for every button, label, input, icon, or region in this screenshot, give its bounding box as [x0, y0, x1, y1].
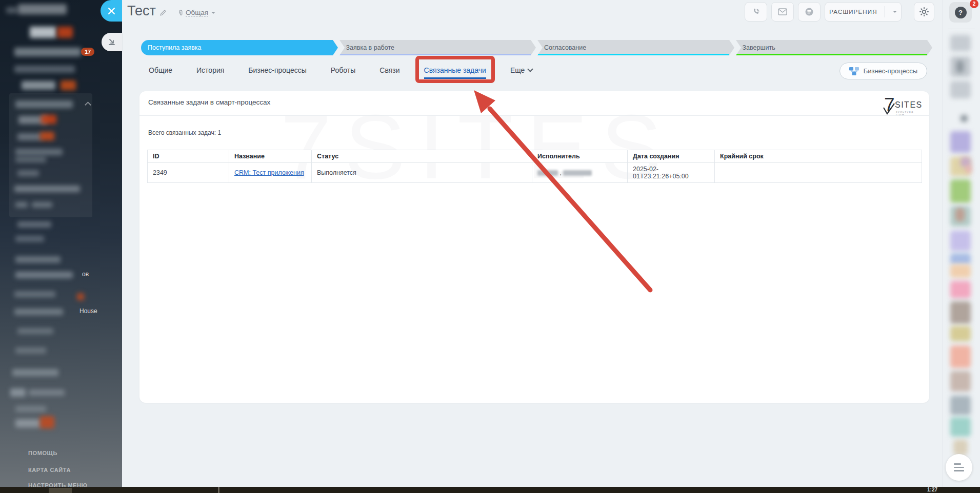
- help-icon: ?: [955, 7, 967, 18]
- stage-item[interactable]: Поступила заявка: [141, 40, 333, 55]
- stage-pipeline: Поступила заявка Заявка в работе Согласо…: [141, 40, 927, 55]
- sidebar-expanded-group: [9, 93, 92, 217]
- blur-rail-icon[interactable]: [950, 371, 971, 392]
- taskbar-clock: 1:27: [927, 487, 937, 492]
- chat-button[interactable]: [798, 2, 821, 22]
- settings-button[interactable]: [914, 2, 934, 22]
- blur-blob: [15, 236, 44, 242]
- stage-item[interactable]: Завершить: [736, 40, 928, 55]
- sidebar-counter-badge: 17: [81, 48, 94, 56]
- extensions-label: РАСШИРЕНИЯ: [829, 9, 877, 15]
- stage-item[interactable]: Согласование: [537, 40, 729, 55]
- blur-blob: [15, 256, 61, 263]
- tab-business-processes[interactable]: Бизнес-процессы: [248, 66, 306, 74]
- col-deadline: Крайний срок: [715, 150, 922, 163]
- business-processes-label: Бизнес-процессы: [864, 67, 917, 75]
- blur-blob: [17, 133, 42, 140]
- blurred-executor-name: [563, 170, 592, 176]
- task-link[interactable]: CRM: Тест приложения: [234, 169, 304, 176]
- stage-item[interactable]: Заявка в работе: [339, 40, 531, 55]
- slider-panel: Тест Общая РАСШИРЕНИЯ: [122, 0, 943, 493]
- blur-rail-icon[interactable]: [950, 131, 971, 153]
- category-selector[interactable]: Общая: [177, 9, 215, 17]
- blur-blob: [10, 388, 26, 397]
- blur-rail-icon[interactable]: [950, 345, 971, 368]
- cell-id: 2349: [148, 163, 229, 183]
- blur-blob: [14, 48, 81, 56]
- chevron-down-icon[interactable]: [893, 11, 897, 13]
- blur-rail-icon[interactable]: [950, 301, 971, 324]
- related-tasks-table: ID Название Статус Исполнитель Дата созд…: [147, 150, 922, 183]
- blur-rail-icon[interactable]: [950, 81, 971, 98]
- call-button[interactable]: [745, 2, 767, 22]
- blur-rail-icon: [955, 208, 965, 221]
- button-divider: [885, 6, 885, 17]
- blur-rail-icon[interactable]: [961, 115, 968, 122]
- tab-related-tasks-label: Связанные задачи: [424, 66, 486, 74]
- hamburger-icon: [954, 467, 964, 468]
- stage-color-strip: [537, 54, 729, 55]
- chevron-down-icon: [528, 66, 533, 72]
- edit-title-pencil-icon[interactable]: [159, 9, 167, 18]
- blur-rail-icon[interactable]: [950, 281, 971, 298]
- email-button[interactable]: [771, 2, 794, 22]
- blur-rail-icon[interactable]: [953, 440, 968, 455]
- collapse-corner-icon: [108, 38, 116, 46]
- extensions-button[interactable]: РАСШИРЕНИЯ: [825, 2, 902, 22]
- hamburger-icon: [954, 470, 964, 471]
- blur-blob: [40, 416, 54, 428]
- blur-blob: [17, 170, 39, 176]
- active-tab-underline: [424, 77, 486, 79]
- collapse-panel-button[interactable]: [102, 33, 122, 51]
- blur-blob: [17, 328, 53, 334]
- stage-label: Согласование: [537, 44, 586, 51]
- blur-rail-icon[interactable]: [950, 417, 971, 437]
- blur-blob: [15, 406, 46, 412]
- blur-blob: [12, 369, 58, 376]
- sidebar-sitemap-link[interactable]: КАРТА САЙТА: [28, 467, 71, 473]
- card-divider: [139, 115, 929, 116]
- stage-label: Заявка в работе: [339, 44, 394, 51]
- blur-blob: [17, 221, 51, 228]
- blur-rail-icon[interactable]: [950, 326, 971, 341]
- blur-blob: [6, 7, 17, 13]
- blur-rail-icon[interactable]: [950, 231, 971, 251]
- blur-rail-icon[interactable]: [950, 253, 971, 264]
- paperclip-icon: [177, 9, 184, 16]
- blur-blob: [30, 27, 56, 38]
- tab-robots[interactable]: Роботы: [331, 66, 355, 74]
- tab-more[interactable]: Еще: [510, 66, 533, 74]
- col-created: Дата создания: [628, 150, 715, 163]
- stage-label: Поступила заявка: [141, 44, 202, 51]
- help-button[interactable]: ? 2: [949, 2, 972, 23]
- blur-blob: [15, 157, 46, 162]
- col-id: ID: [148, 150, 229, 163]
- blur-rail-icon: [956, 60, 964, 73]
- help-notification-badge: 2: [970, 0, 978, 8]
- col-status: Статус: [312, 150, 532, 163]
- blur-blob: [32, 202, 52, 208]
- sidebar-help-link[interactable]: ПОМОЩЬ: [28, 450, 57, 456]
- blur-rail-icon: [950, 264, 971, 278]
- tab-related-tasks[interactable]: Связанные задачи: [424, 66, 486, 74]
- tab-links[interactable]: Связи: [379, 66, 399, 74]
- os-taskbar: 1:27: [0, 487, 980, 493]
- related-tasks-card: 7SITES Связанные задачи в смарт-процесса…: [139, 91, 929, 403]
- blur-blob: [77, 293, 84, 300]
- card-title: Связанные задачи в смарт-процессах: [148, 98, 270, 106]
- quick-menu-button[interactable]: [946, 454, 972, 481]
- close-button[interactable]: [101, 0, 122, 22]
- blur-blob: [15, 347, 46, 354]
- vendor-logo: 7 SITES культура CRM: [884, 94, 918, 118]
- blur-rail-icon[interactable]: [950, 396, 971, 415]
- stage-arrow: [927, 40, 932, 55]
- taskbar-divider: [218, 487, 219, 493]
- blur-blob: [57, 27, 73, 38]
- col-executor: Исполнитель: [532, 150, 628, 163]
- blur-rail-icon[interactable]: [950, 35, 971, 51]
- tab-history[interactable]: История: [196, 66, 224, 74]
- blur-rail-icon[interactable]: [950, 179, 971, 203]
- blur-blob: [18, 4, 67, 14]
- business-processes-button[interactable]: Бизнес-процессы: [839, 63, 927, 79]
- tab-general[interactable]: Общие: [149, 66, 172, 74]
